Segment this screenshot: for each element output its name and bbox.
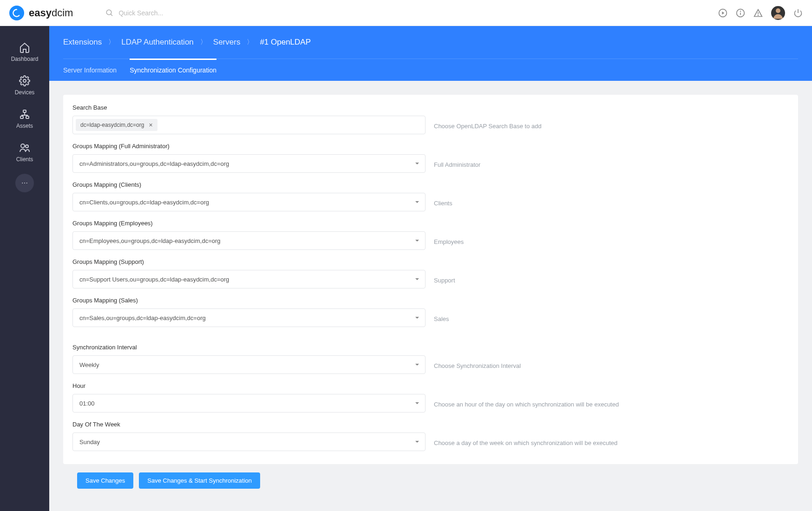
gear-icon [19,75,30,86]
field-groups-employees: Groups Mapping (Employees) cn=Employees,… [72,220,789,250]
search-base-input[interactable]: dc=ldap-easydcim,dc=org × [72,116,426,134]
sidebar-item-label: Devices [15,89,35,96]
field-sync-interval: Synchronization Interval Weekly Choose S… [72,344,789,374]
save-sync-button[interactable]: Save Changes & Start Synchronization [139,472,260,489]
sidebar-more-button[interactable] [15,174,34,192]
field-groups-support: Groups Mapping (Support) cn=Support User… [72,258,789,288]
groups-employees-select[interactable]: cn=Employees,ou=groups,dc=ldap-easydcim,… [72,231,426,250]
field-label: Synchronization Interval [72,344,789,351]
sidebar-item-label: Assets [16,123,33,129]
field-help: Sales [434,315,789,327]
hour-select[interactable]: 01:00 [72,394,426,413]
form-card: Search Base dc=ldap-easydcim,dc=org × Ch… [63,95,798,464]
home-icon [19,42,30,53]
field-label: Groups Mapping (Clients) [72,181,789,188]
field-help: Choose Synchronization Interval [434,362,789,374]
field-help: Choose OpenLDAP Search Base to add [434,123,789,134]
field-help: Choose a day of the week on which synchr… [434,439,789,451]
tab-server-information[interactable]: Server Information [63,59,117,81]
search-input[interactable] [118,9,258,17]
tabs: Server Information Synchronization Confi… [63,59,798,81]
page-header: Extensions 〉 LDAP Authentication 〉 Serve… [49,26,812,81]
power-icon[interactable] [793,8,803,18]
logo-mark-icon [9,6,24,20]
dots-icon [21,179,28,187]
svg-point-14 [21,144,25,148]
field-groups-admin: Groups Mapping (Full Administrator) cn=A… [72,143,789,173]
save-button[interactable]: Save Changes [77,472,133,489]
main: Extensions 〉 LDAP Authentication 〉 Serve… [49,26,812,511]
avatar[interactable] [771,6,785,20]
field-help: Choose an hour of the day on which synch… [434,401,789,413]
content: Search Base dc=ldap-easydcim,dc=org × Ch… [49,81,812,511]
search-base-tag: dc=ldap-easydcim,dc=org × [76,119,157,131]
field-hour: Hour 01:00 Choose an hour of the day on … [72,382,789,413]
field-label: Day Of The Week [72,421,789,428]
svg-point-8 [758,15,759,15]
field-help: Employees [434,238,789,250]
field-label: Groups Mapping (Employees) [72,220,789,227]
field-groups-clients: Groups Mapping (Clients) cn=Clients,ou=g… [72,181,789,211]
tag-text: dc=ldap-easydcim,dc=org [80,122,144,128]
tab-sync-configuration[interactable]: Synchronization Configuration [130,59,216,81]
day-of-week-select[interactable]: Sunday [72,432,426,451]
field-help: Full Administrator [434,161,789,173]
svg-point-6 [740,11,741,11]
breadcrumb-item-current: #1 OpenLDAP [260,38,311,47]
sidebar-item-devices[interactable]: Devices [0,69,49,102]
svg-point-17 [24,183,25,183]
network-icon [19,109,30,120]
groups-clients-select[interactable]: cn=Clients,ou=groups,dc=ldap-easydcim,dc… [72,193,426,211]
svg-point-0 [107,10,112,15]
sidebar-item-assets[interactable]: Assets [0,102,49,136]
field-day-of-week: Day Of The Week Sunday Choose a day of t… [72,421,789,451]
svg-rect-11 [23,110,26,112]
field-label: Groups Mapping (Support) [72,258,789,265]
global-search[interactable] [105,9,258,17]
field-label: Groups Mapping (Full Administrator) [72,143,789,150]
groups-support-select[interactable]: cn=Support Users,ou=groups,dc=ldap-easyd… [72,270,426,288]
sidebar: Dashboard Devices Assets Clients [0,26,49,511]
app-logo[interactable]: easydcim [9,6,73,20]
chevron-right-icon: 〉 [247,38,253,46]
groups-admin-select[interactable]: cn=Administrators,ou=groups,dc=ldap-easy… [72,154,426,173]
svg-line-1 [111,14,113,16]
field-help: Clients [434,200,789,211]
field-label: Hour [72,382,789,389]
tag-remove-icon[interactable]: × [149,121,152,129]
chevron-right-icon: 〉 [200,38,207,46]
svg-rect-13 [26,116,29,118]
svg-point-10 [23,79,26,82]
svg-marker-3 [722,11,724,14]
groups-sales-select[interactable]: cn=Sales,ou=groups,dc=ldap-easydcim,dc=o… [72,308,426,327]
logo-text-1: easy [29,7,52,19]
footer-actions: Save Changes Save Changes & Start Synchr… [63,464,798,497]
users-icon [19,142,30,153]
topbar: easydcim [0,0,812,26]
search-icon [105,9,114,17]
field-label: Search Base [72,104,789,111]
field-label: Groups Mapping (Sales) [72,297,789,304]
chevron-right-icon: 〉 [108,38,115,46]
sidebar-item-label: Clients [16,156,33,163]
warning-icon[interactable] [753,8,763,18]
play-icon[interactable] [718,8,727,18]
svg-point-15 [26,145,28,148]
field-search-base: Search Base dc=ldap-easydcim,dc=org × Ch… [72,104,789,134]
svg-point-18 [26,183,27,183]
sync-interval-select[interactable]: Weekly [72,355,426,374]
field-help: Support [434,277,789,288]
breadcrumb: Extensions 〉 LDAP Authentication 〉 Serve… [63,26,798,59]
sidebar-item-clients[interactable]: Clients [0,136,49,169]
svg-point-16 [22,183,23,183]
sidebar-item-dashboard[interactable]: Dashboard [0,35,49,69]
logo-text-2: dcim [52,7,73,19]
info-icon[interactable] [736,8,745,18]
topbar-actions [718,6,803,20]
breadcrumb-item[interactable]: LDAP Authentication [121,38,194,47]
breadcrumb-item[interactable]: Extensions [63,38,102,47]
svg-rect-12 [20,116,23,118]
field-groups-sales: Groups Mapping (Sales) cn=Sales,ou=group… [72,297,789,327]
sidebar-item-label: Dashboard [11,56,39,62]
breadcrumb-item[interactable]: Servers [213,38,241,47]
